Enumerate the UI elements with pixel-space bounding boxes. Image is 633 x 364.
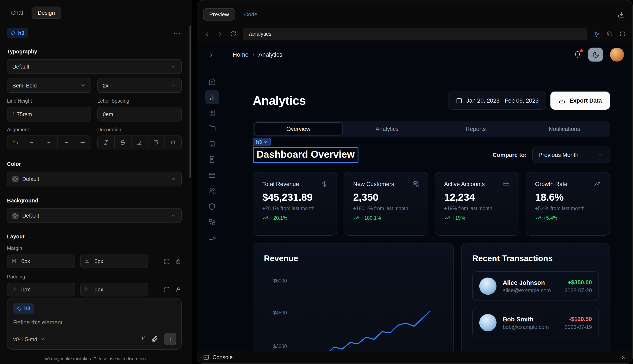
sidebar-item-organization[interactable] bbox=[205, 106, 219, 120]
sidebar-item-users[interactable] bbox=[205, 184, 219, 198]
page-header: Analytics Jan 20, 2023 - Feb 09, 2023 Ex… bbox=[253, 92, 610, 110]
font-size-select[interactable]: 2xl bbox=[97, 78, 181, 92]
forward-button[interactable] bbox=[217, 31, 224, 37]
decoration-group bbox=[97, 136, 181, 150]
download-button[interactable] bbox=[618, 11, 625, 18]
users-icon bbox=[208, 187, 216, 194]
padding-expand-button[interactable] bbox=[164, 286, 170, 293]
dollar-icon bbox=[321, 181, 328, 187]
color-select[interactable]: Default bbox=[7, 172, 182, 186]
align-right-button[interactable] bbox=[58, 136, 75, 149]
margin-expand-button[interactable] bbox=[164, 258, 170, 264]
attach-file-button[interactable] bbox=[152, 336, 158, 342]
credit-card-icon bbox=[503, 181, 510, 187]
overline-button[interactable] bbox=[148, 136, 165, 149]
background-section-label: Background bbox=[7, 198, 182, 204]
line-height-label: Line Height bbox=[7, 98, 91, 104]
breadcrumb-home[interactable]: Home bbox=[233, 51, 249, 58]
sidebar-item-security[interactable] bbox=[205, 200, 219, 214]
sidebar-item-projects[interactable] bbox=[205, 122, 219, 136]
export-data-button[interactable]: Export Data bbox=[550, 92, 610, 110]
stat-change: +20.1% from last month bbox=[262, 206, 328, 212]
margin-row: 0px 0px bbox=[7, 254, 182, 268]
tab-chat[interactable]: Chat bbox=[11, 9, 23, 16]
inspect-element-button[interactable] bbox=[593, 31, 600, 37]
transaction-row[interactable]: Alice Johnson alice@example.com +$350.00… bbox=[472, 272, 599, 301]
refresh-button[interactable] bbox=[230, 31, 236, 37]
tab-overview[interactable]: Overview bbox=[254, 122, 343, 136]
align-justify-button[interactable] bbox=[74, 136, 91, 149]
download-icon bbox=[618, 11, 625, 18]
stat-change: +5.4% from last month bbox=[535, 206, 601, 212]
color-section-label: Color bbox=[7, 161, 182, 167]
sidebar-item-analytics[interactable] bbox=[205, 90, 219, 104]
panel-scrollbar[interactable] bbox=[189, 26, 191, 178]
margin-x-input[interactable]: 0px bbox=[7, 254, 75, 268]
padding-x-input[interactable]: 0px bbox=[7, 283, 75, 296]
send-arrow-icon: ↑ bbox=[169, 336, 171, 343]
background-select[interactable]: Default bbox=[7, 208, 182, 223]
diamond-icon bbox=[11, 31, 16, 36]
transaction-row[interactable]: Bob Smith bob@example.com -$120.50 2023-… bbox=[472, 308, 599, 338]
italic-button[interactable] bbox=[98, 136, 115, 149]
sparkles-icon bbox=[139, 335, 146, 342]
selection-tag-chip[interactable]: h3 bbox=[253, 138, 271, 146]
copy-button[interactable] bbox=[607, 31, 613, 37]
sidebar-item-integrations[interactable] bbox=[205, 215, 219, 229]
sidebar-item-invoices[interactable] bbox=[205, 152, 219, 167]
user-avatar[interactable] bbox=[610, 48, 624, 62]
sidebar-item-billing[interactable] bbox=[205, 168, 219, 182]
chevron-down-icon bbox=[170, 64, 176, 70]
chevron-down-icon bbox=[170, 213, 176, 218]
decoration-label: Decoration bbox=[97, 127, 181, 132]
sidebar-item-media[interactable] bbox=[205, 231, 219, 245]
tab-design[interactable]: Design bbox=[32, 6, 61, 19]
selected-heading[interactable]: Dashboard Overview bbox=[253, 147, 358, 163]
margin-y-input[interactable]: 0px bbox=[80, 254, 148, 268]
strikethrough-icon bbox=[120, 140, 126, 146]
composer-element-chip[interactable]: h3 bbox=[13, 303, 34, 314]
line-height-input[interactable]: 1.75rem bbox=[7, 107, 91, 121]
align-left-button[interactable] bbox=[24, 136, 41, 149]
tab-preview[interactable]: Preview bbox=[203, 8, 235, 21]
more-options-button[interactable]: ⋯ bbox=[173, 30, 180, 36]
clear-decoration-button[interactable] bbox=[165, 136, 181, 149]
selected-element-chip[interactable]: h3 bbox=[7, 28, 28, 38]
panel-tabs: Chat Design bbox=[0, 0, 192, 19]
tab-notifications[interactable]: Notifications bbox=[520, 122, 609, 136]
date-range-button[interactable]: Jan 20, 2023 - Feb 09, 2023 bbox=[448, 92, 546, 110]
tab-analytics[interactable]: Analytics bbox=[343, 122, 431, 136]
reset-alignment-button[interactable] bbox=[8, 136, 24, 149]
model-select[interactable]: v0-1.5-md bbox=[13, 336, 45, 342]
strikethrough-button[interactable] bbox=[115, 136, 131, 149]
enhance-prompt-button[interactable] bbox=[139, 335, 146, 343]
back-button[interactable] bbox=[204, 31, 210, 37]
tab-code[interactable]: Code bbox=[244, 11, 258, 18]
tab-reports[interactable]: Reports bbox=[431, 122, 520, 136]
theme-toggle-button[interactable] bbox=[588, 48, 603, 62]
letter-spacing-label: Letter Spacing bbox=[97, 98, 181, 104]
sidebar-toggle-button[interactable] bbox=[208, 51, 215, 58]
padding-y-input[interactable]: 0px bbox=[80, 283, 148, 296]
cursor-icon bbox=[593, 31, 600, 37]
typography-section-label: Typography bbox=[7, 48, 182, 55]
compare-select[interactable]: Previous Month bbox=[532, 146, 610, 163]
margin-lock-button[interactable] bbox=[175, 258, 182, 264]
padding-lock-button[interactable] bbox=[175, 286, 182, 293]
font-weight-select[interactable]: Semi Bold bbox=[7, 78, 91, 92]
send-button[interactable]: ↑ bbox=[164, 333, 176, 345]
font-family-select[interactable]: Default bbox=[7, 59, 182, 74]
fullscreen-button[interactable] bbox=[619, 31, 625, 37]
sidebar-item-notes[interactable] bbox=[205, 137, 219, 151]
credit-card-icon bbox=[208, 172, 216, 179]
address-bar[interactable]: /analytics bbox=[243, 28, 587, 40]
prompt-input[interactable]: Refine this element… bbox=[13, 319, 176, 326]
letter-spacing-input[interactable]: 0em bbox=[97, 107, 181, 121]
console-toggle[interactable]: Console bbox=[213, 354, 233, 360]
align-center-button[interactable] bbox=[41, 136, 58, 149]
color-value: Default bbox=[22, 176, 39, 182]
console-expand-button[interactable] bbox=[620, 354, 626, 360]
sidebar-item-home[interactable] bbox=[205, 75, 219, 89]
underline-button[interactable] bbox=[131, 136, 148, 149]
notifications-button[interactable] bbox=[574, 51, 581, 58]
